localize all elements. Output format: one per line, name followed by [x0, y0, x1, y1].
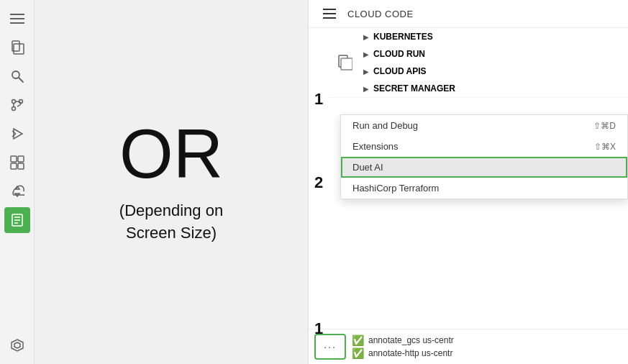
middle-section: OR (Depending onScreen Size)	[35, 0, 308, 364]
svg-rect-2	[10, 22, 24, 24]
secret-manager-item[interactable]: ▶ SECRET MANAGER	[360, 80, 628, 97]
cloud-apis-label: CLOUD APIS	[373, 66, 427, 76]
svg-rect-15	[11, 163, 17, 169]
svg-rect-4	[14, 44, 24, 54]
cloud-run-label: CLOUD RUN	[373, 49, 425, 59]
right-panel: CLOUD CODE 1 ▶ KUBERNETES	[308, 0, 628, 364]
extensions-menu-item[interactable]: Extensions ⇧⌘X	[341, 136, 627, 157]
number-badge-2: 2	[314, 173, 323, 192]
svg-rect-14	[18, 156, 24, 162]
terraform-sidebar-icon[interactable]	[4, 332, 30, 358]
left-sidebar	[0, 0, 35, 364]
bottom-row: ··· ✅ annotate_gcs us-centr ✅ annotate-h…	[309, 329, 628, 364]
number-badge-1-top: 1	[314, 90, 323, 109]
annotate-gcs-label: annotate_gcs us-centr	[368, 335, 454, 345]
run-debug-label: Run and Debug	[352, 120, 418, 131]
duet-ai-menu-item[interactable]: Duet AI	[341, 157, 627, 178]
secret-manager-chevron: ▶	[363, 85, 369, 93]
kubernetes-chevron: ▶	[363, 33, 369, 41]
dropdown-menu: Run and Debug ⇧⌘D Extensions ⇧⌘X Duet AI…	[340, 114, 628, 199]
search-sidebar-icon[interactable]	[4, 63, 30, 89]
svg-rect-26	[341, 58, 352, 70]
kubernetes-label: KUBERNETES	[373, 32, 433, 42]
list-item: ✅ annotate_gcs us-centr	[352, 335, 454, 346]
extensions-shortcut: ⇧⌘X	[594, 142, 616, 152]
hamburger-menu-icon[interactable]	[4, 6, 30, 32]
svg-rect-13	[11, 156, 17, 162]
cloud-apis-item[interactable]: ▶ CLOUD APIS	[360, 63, 628, 80]
svg-rect-16	[18, 163, 24, 169]
duet-ai-label: Duet AI	[352, 162, 383, 173]
files-sidebar-icon[interactable]	[4, 35, 30, 60]
number-badge-1-bottom: 1	[314, 319, 323, 338]
secret-manager-label: SECRET MANAGER	[373, 83, 455, 94]
bottom-items-list: ✅ annotate_gcs us-centr ✅ annotate-http …	[352, 335, 454, 359]
extensions-sidebar-icon[interactable]	[4, 150, 30, 176]
cloud-code-row-1: ▶ KUBERNETES ▶ CLOUD RUN ▶ CLOUD APIS ▶ …	[329, 28, 628, 98]
run-debug-sidebar-icon[interactable]	[4, 121, 30, 147]
cloud-code-rows: ▶ KUBERNETES ▶ CLOUD RUN ▶ CLOUD APIS ▶ …	[329, 28, 628, 98]
run-debug-shortcut: ⇧⌘D	[593, 121, 616, 131]
cloud-run-item[interactable]: ▶ CLOUD RUN	[360, 45, 628, 63]
cloud-code-items: ▶ KUBERNETES ▶ CLOUD RUN ▶ CLOUD APIS ▶ …	[360, 28, 628, 97]
or-heading: OR	[119, 119, 223, 188]
list-item: ✅ annotate-http us-centr	[352, 347, 454, 359]
panel-topbar: CLOUD CODE	[309, 0, 628, 28]
dots-label: ···	[324, 341, 337, 352]
svg-rect-0	[10, 14, 24, 15]
cloud-run-chevron: ▶	[363, 50, 369, 58]
notes-sidebar-icon[interactable]	[4, 207, 30, 233]
svg-point-9	[12, 107, 15, 111]
check-icon-1: ✅	[352, 335, 364, 346]
svg-marker-23	[12, 340, 23, 351]
panel-body: 1 ▶ KUBERNETES ▶ CL	[309, 28, 628, 364]
hashicorp-menu-item[interactable]: HashiCorp Terraform	[341, 178, 627, 199]
extensions-label: Extensions	[352, 141, 399, 152]
svg-rect-1	[10, 18, 24, 19]
source-control-sidebar-icon[interactable]	[4, 92, 30, 118]
svg-point-7	[12, 100, 15, 104]
svg-marker-24	[14, 342, 20, 348]
cloud-sidebar-icon[interactable]	[4, 178, 30, 204]
kubernetes-item[interactable]: ▶ KUBERNETES	[360, 28, 628, 45]
bottom-section: ··· ✅ annotate_gcs us-centr ✅ annotate-h…	[309, 329, 628, 364]
run-debug-menu-item[interactable]: Run and Debug ⇧⌘D	[341, 115, 627, 136]
svg-line-6	[19, 78, 23, 82]
panel-hamburger-icon[interactable]	[320, 6, 339, 22]
annotate-http-label: annotate-http us-centr	[368, 348, 452, 358]
check-icon-2: ✅	[352, 347, 364, 359]
hashicorp-label: HashiCorp Terraform	[352, 183, 439, 194]
cloud-apis-chevron: ▶	[363, 68, 369, 76]
page-icon-1	[329, 51, 360, 74]
or-subtext: (Depending onScreen Size)	[119, 200, 223, 245]
panel-title: CLOUD CODE	[347, 9, 414, 19]
